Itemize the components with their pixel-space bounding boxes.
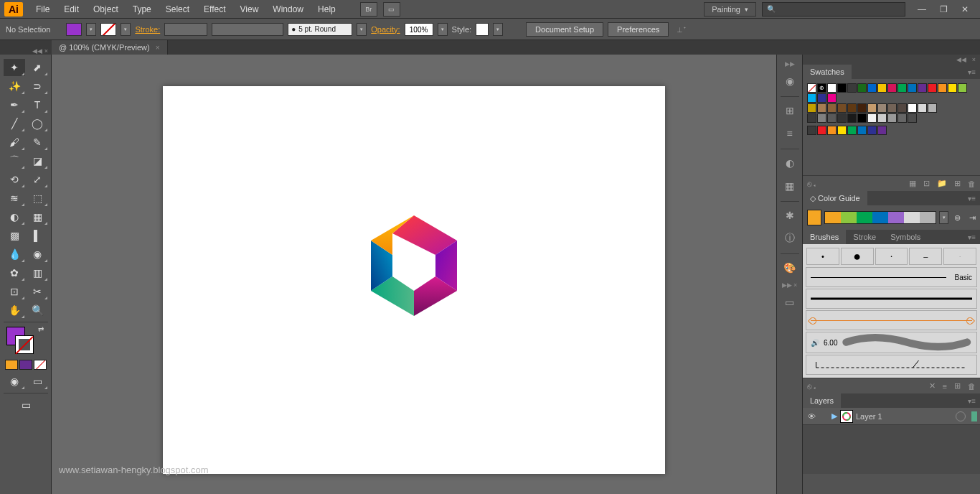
expand-icon[interactable]: ▶ [831, 411, 837, 421]
screen-mode[interactable]: ▭ [27, 373, 48, 390]
color-guide-tab[interactable]: ◇Color Guide [803, 191, 867, 205]
opacity-dropdown[interactable] [438, 23, 448, 36]
menu-object[interactable]: Object [86, 0, 126, 19]
color-mode-none[interactable] [34, 360, 47, 370]
swatch[interactable] [827, 93, 837, 103]
cg-color[interactable] [825, 212, 841, 223]
swatch[interactable] [817, 93, 826, 103]
cg-color[interactable] [841, 212, 857, 223]
document-tab[interactable]: @ 100% (CMYK/Preview) × [52, 40, 168, 55]
swatch[interactable] [817, 113, 826, 123]
bridge-button[interactable]: Br [360, 2, 377, 17]
swatch-options-icon[interactable]: ⊡ [923, 179, 930, 188]
swatch[interactable] [857, 83, 867, 93]
minimize-button[interactable]: — [911, 2, 933, 17]
swatch[interactable] [877, 113, 887, 123]
swatch[interactable] [908, 103, 917, 113]
swatch-library-icon[interactable]: ⎋◂ [807, 180, 817, 188]
swatch-folder-icon[interactable] [807, 113, 816, 123]
swatch[interactable] [847, 113, 857, 123]
dock-align-icon[interactable]: ≡ [779, 123, 801, 144]
cg-edit-icon[interactable]: ⊚ [954, 213, 961, 223]
dock-transform-icon[interactable]: ⊞ [779, 100, 801, 121]
swatch[interactable] [897, 83, 907, 93]
cg-color[interactable] [872, 212, 888, 223]
perspective-tool[interactable]: ▦ [27, 208, 48, 225]
close-tab-icon[interactable]: × [156, 44, 160, 52]
swatch[interactable] [857, 126, 867, 135]
search-input[interactable] [762, 2, 905, 17]
panels-close-icon[interactable]: × [972, 56, 976, 63]
swap-fill-stroke-icon[interactable]: ⇄ [38, 325, 44, 333]
brush-options-icon[interactable]: ≡ [943, 382, 947, 391]
cg-color[interactable] [920, 212, 936, 223]
opacity-link[interactable]: Opacity: [371, 25, 400, 34]
eyedropper-tool[interactable]: 💧 [4, 246, 25, 263]
swatch[interactable] [847, 83, 857, 93]
brush-preset-5[interactable]: · [943, 248, 976, 265]
cg-color[interactable] [857, 212, 872, 223]
direct-selection-tool[interactable]: ⬈ [27, 59, 48, 76]
opacity-input[interactable]: 100% [405, 23, 433, 36]
maximize-button[interactable]: ❐ [933, 2, 954, 17]
stroke-profile[interactable] [212, 23, 283, 36]
arrange-button[interactable]: ▭ [383, 2, 400, 17]
swatch[interactable] [928, 103, 937, 113]
swatch[interactable] [857, 103, 867, 113]
scale-tool[interactable]: ⤢ [27, 171, 48, 188]
swatch[interactable] [908, 113, 917, 123]
swatch[interactable] [877, 83, 887, 93]
stroke-swatch[interactable] [100, 23, 116, 36]
cg-color[interactable] [888, 212, 904, 223]
stroke-link[interactable]: Stroke: [135, 25, 160, 34]
remove-brush-icon[interactable]: ✕ [929, 381, 936, 391]
swatch-kind-icon[interactable]: ▦ [909, 179, 916, 188]
brush-preset-2[interactable]: ● [841, 248, 874, 265]
swatch[interactable] [837, 113, 847, 123]
line-tool[interactable]: ╱ [4, 115, 25, 132]
style-swatch[interactable] [476, 23, 489, 36]
paintbrush-tool[interactable]: 🖌 [4, 134, 25, 151]
brush-preset-4[interactable]: – [909, 248, 942, 265]
stroke-weight[interactable] [164, 23, 207, 36]
swatch[interactable] [948, 83, 957, 93]
mesh-tool[interactable]: ▩ [4, 227, 25, 244]
layers-tab[interactable]: Layers [803, 393, 841, 408]
swatch[interactable] [807, 103, 816, 113]
new-group-icon[interactable]: 📁 [937, 179, 947, 188]
menu-help[interactable]: Help [311, 0, 343, 19]
swatch[interactable] [867, 113, 877, 123]
swatches-tab[interactable]: Swatches [803, 65, 852, 79]
dock-collapse[interactable]: ▶▶ [779, 59, 801, 69]
brush-pattern[interactable] [806, 355, 977, 375]
delete-brush-icon[interactable]: 🗑 [968, 382, 976, 391]
draw-mode[interactable]: ◉ [4, 373, 25, 390]
swatch[interactable] [837, 103, 847, 113]
swatch[interactable] [827, 103, 837, 113]
swatch[interactable] [908, 83, 917, 93]
align-icon[interactable]: ⟂⁺ [677, 25, 687, 34]
swatch[interactable] [918, 103, 927, 113]
swatch[interactable] [867, 103, 877, 113]
new-brush-icon[interactable]: ⊞ [954, 381, 961, 391]
swatch[interactable] [897, 113, 907, 123]
slice-tool[interactable]: ✂ [27, 283, 48, 300]
eraser-tool[interactable]: ◪ [27, 152, 48, 169]
brush-basic[interactable]: Basic [806, 267, 977, 287]
stroke-color[interactable] [15, 335, 34, 354]
swatch-folder-icon[interactable] [807, 126, 816, 135]
symbol-sprayer-tool[interactable]: ✿ [4, 264, 25, 281]
lasso-tool[interactable]: ⊃ [27, 78, 48, 95]
type-tool[interactable]: T [27, 96, 48, 113]
pencil-tool[interactable]: ✎ [27, 134, 48, 151]
swatch[interactable] [837, 83, 847, 93]
menu-select[interactable]: Select [159, 0, 197, 19]
swatch[interactable] [807, 93, 816, 103]
document-setup-button[interactable]: Document Setup [526, 22, 603, 37]
dock-collapse-2[interactable]: ▶▶ × [779, 280, 801, 290]
color-guide-menu-icon[interactable]: ▾≡ [963, 195, 980, 202]
swatch[interactable] [897, 103, 907, 113]
dock-color-themes-icon[interactable]: 🎨 [779, 257, 801, 279]
menu-edit[interactable]: Edit [57, 0, 86, 19]
menu-effect[interactable]: Effect [197, 0, 232, 19]
